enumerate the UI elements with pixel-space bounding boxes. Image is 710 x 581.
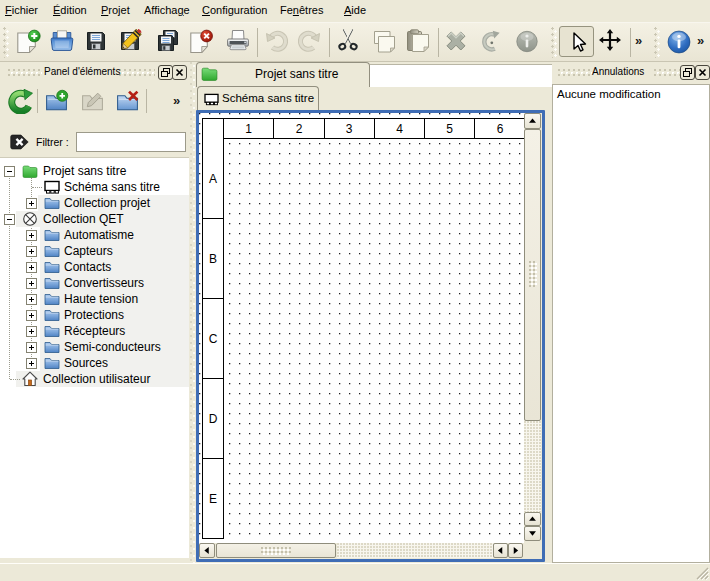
svg-text:4: 4 [396,122,403,136]
svg-text:E: E [209,492,217,506]
svg-text:2: 2 [296,122,303,136]
svg-text:D: D [209,412,218,426]
svg-text:1: 1 [245,122,252,136]
svg-text:3: 3 [346,122,353,136]
svg-text:A: A [209,172,217,186]
svg-text:6: 6 [497,122,504,136]
svg-text:B: B [209,252,217,266]
svg-text:5: 5 [446,122,453,136]
svg-text:C: C [209,332,218,346]
